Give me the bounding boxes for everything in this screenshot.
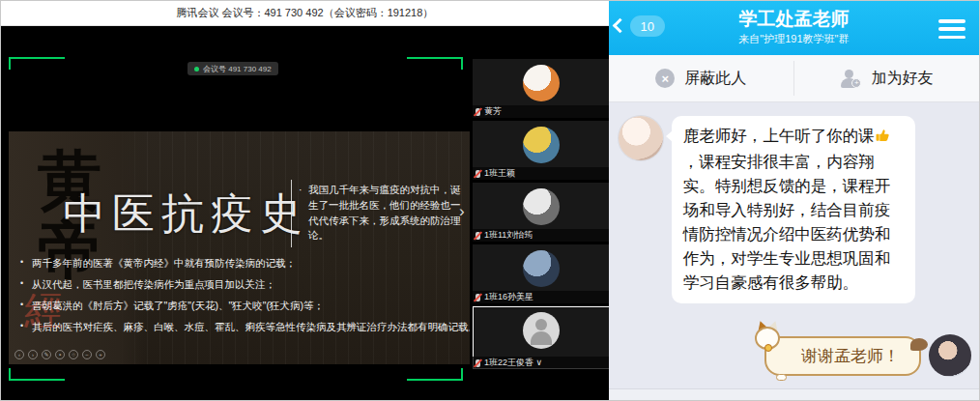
add-friend-icon: + [840,69,861,88]
slide-control-icon[interactable]: − [82,350,92,359]
participant-name-bar: 1班16孙美星 [473,291,609,303]
chat-title: 学工处孟老师 [667,9,921,30]
add-friend-button[interactable]: + 加为好友 [794,55,979,101]
share-corner-bracket [9,368,65,381]
participant-avatar [523,312,560,349]
thumbs-up-emoji [875,126,891,150]
chat-action-row: × 屏蔽此人 + 加为好友 [609,55,979,102]
message-text: 鹿老师好，上午听了你的课 [683,127,875,144]
slide-bullet: 晋朝葛洪的《肘后方》记载了"虏疮"(天花)、"狂犬咬"(狂犬病)等； [20,300,465,313]
participant-avatar [523,188,560,225]
chat-subtitle: 来自"护理191教学班"群 [667,32,921,46]
block-user-button[interactable]: × 屏蔽此人 [609,55,793,101]
slide-toolbar: ‹›✎▪○−+ [14,350,105,359]
participant-video-column: 黄芳 1班王颖 1班11刘怡筠 1班16孙美星 1班22王俊香 ∨ [473,59,609,400]
slide-intro-paragraph: 我国几千年来与瘟疫的对抗中，诞生了一批批名医，他们的经验也一代代传承下来，形成系… [299,183,465,243]
slide-control-icon[interactable]: ‹ [14,350,24,359]
participant-tile[interactable]: 1班22王俊香 ∨ [473,306,609,369]
participant-avatar [523,127,560,163]
meeting-id-badge-label: 会议号 491 730 492 [203,64,272,74]
reply-sticker-bubble: 谢谢孟老师！ [764,336,921,376]
muted-mic-icon [476,108,480,116]
menu-icon[interactable] [938,19,966,39]
muted-mic-icon [476,170,480,178]
block-user-label: 屏蔽此人 [684,69,746,89]
muted-mic-icon [476,232,480,240]
tencent-meeting-window: 腾讯会议 会议号：491 730 492（会议密码：191218） 会议号 49… [1,1,609,400]
message-text: ，课程安排很丰富，内容翔实。特别想反馈的是，课程开场和导入特别好，结合目前疫情防… [683,153,891,291]
unread-count-badge[interactable]: 10 [630,15,665,37]
participant-tile[interactable]: 黄芳 [473,59,609,118]
live-dot-icon [194,67,199,72]
participant-tile[interactable]: 1班11刘怡筠 [473,183,609,242]
slide-control-icon[interactable]: + [96,350,105,359]
participant-name: 1班22王俊香 ∨ [484,357,542,369]
slide-title: 中医抗疫史 [63,186,309,243]
screen: 腾讯会议 会议号：491 730 492（会议密码：191218） 会议号 49… [0,0,980,401]
slide-control-icon[interactable]: ○ [69,350,78,359]
chat-header: 10 学工处孟老师 来自"护理191教学班"群 [609,1,979,55]
next-page-arrow[interactable]: › [459,202,465,221]
participant-avatar [523,250,560,287]
meeting-titlebar-text: 腾讯会议 会议号：491 730 492（会议密码：191218） [176,6,433,20]
slide-control-icon[interactable]: ▪ [55,350,65,359]
participant-tile[interactable]: 1班王颖 [473,121,609,180]
meeting-titlebar: 腾讯会议 会议号：491 730 492（会议密码：191218） [1,1,609,26]
slide-control-icon[interactable]: › [28,350,38,359]
input-bar-edge[interactable] [609,388,979,400]
meeting-body: 会议号 491 730 492 黄 帝 經 中医抗疫史 我国几千年来与瘟疫的对抗… [1,26,609,400]
slide-bullet: 从汉代起，医书里都把传染病作为重点项目加以关注； [20,278,465,292]
chat-message-area: 鹿老师好，上午听了你的课，课程安排很丰富，内容翔实。特别想反馈的是，课程开场和导… [609,102,979,388]
participant-name: 黄芳 [484,105,502,118]
my-avatar[interactable] [929,334,971,377]
chat-header-center: 学工处孟老师 来自"护理191教学班"群 [667,9,921,46]
participant-name: 1班11刘怡筠 [484,229,533,242]
blocked-face-icon: × [655,69,675,88]
shared-slide: 黄 帝 經 中医抗疫史 我国几千年来与瘟疫的对抗中，诞生了一批批名医，他们的经验… [9,131,470,364]
cat-paw-decoration [776,374,787,381]
meeting-id-badge: 会议号 491 730 492 [187,62,278,75]
reply-text: 谢谢孟老师！ [801,347,900,365]
muted-mic-icon [476,294,480,301]
participant-name: 1班王颖 [484,167,515,180]
participant-name: 1班16孙美星 [484,291,533,303]
participant-name-bar: 1班11刘怡筠 [473,229,609,242]
participant-avatar [523,65,560,101]
muted-mic-icon [476,359,480,367]
qq-chat-window: 10 学工处孟老师 来自"护理191教学班"群 × 屏蔽此人 + 加为好友 [609,1,979,400]
cat-decoration-icon [755,323,784,350]
back-icon[interactable] [612,18,627,34]
incoming-message-row: 鹿老师好，上午听了你的课，课程安排很丰富，内容翔实。特别想反馈的是，课程开场和导… [619,116,969,303]
participant-name-bar: 黄芳 [473,105,609,118]
participant-tile[interactable]: 1班16孙美星 [473,244,609,303]
outgoing-message-row: 谢谢孟老师！ [764,334,971,377]
share-corner-bracket [407,368,463,381]
slide-bullet: 两千多年前的医著《黄帝内经》中就有预防传染病的记载； [20,257,465,271]
participant-name-bar: 1班王颖 [473,167,609,180]
share-corner-bracket [407,57,463,70]
sender-avatar[interactable] [619,116,663,160]
slide-bullet: 其后的医书对疟疾、麻疹、白喉、水痘、霍乱、痢疾等急性传染病及其辨证治疗办法都有明… [20,321,465,334]
slide-control-icon[interactable]: ✎ [42,350,51,359]
slide-bullet-list: 两千多年前的医著《黄帝内经》中就有预防传染病的记载；从汉代起，医书里都把传染病作… [20,257,465,342]
slide-divider-line [291,180,292,247]
cat-tail-decoration [910,338,928,351]
share-corner-bracket [9,57,65,70]
add-friend-label: 加为好友 [871,69,933,89]
message-bubble: 鹿老师好，上午听了你的课，课程安排很丰富，内容翔实。特别想反馈的是，课程开场和导… [672,116,915,303]
participant-name-bar: 1班22王俊香 ∨ [473,357,609,369]
